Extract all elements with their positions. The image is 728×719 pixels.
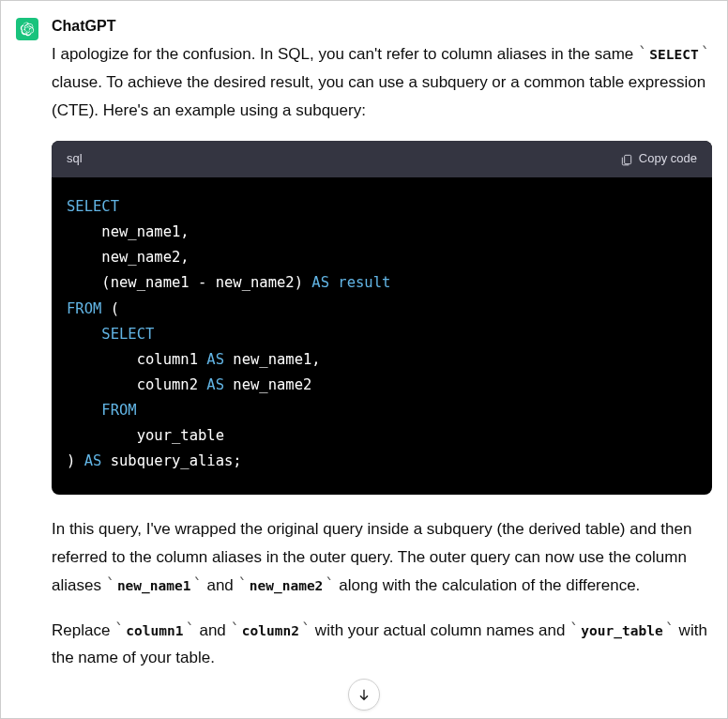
arrow-down-icon: [356, 687, 372, 702]
text: with your actual column names and: [311, 621, 569, 639]
backtick: `: [701, 44, 710, 63]
copy-code-button[interactable]: Copy code: [620, 148, 697, 170]
backtick: `: [231, 620, 240, 639]
text: I apologize for the confusion. In SQL, y…: [52, 45, 638, 63]
backtick: `: [192, 575, 202, 594]
paragraph-3: Replace `column1` and `column2` with you…: [52, 617, 712, 673]
text: Replace: [52, 621, 114, 639]
paragraph-2: In this query, I've wrapped the original…: [52, 515, 712, 599]
inline-code: SELECT: [647, 47, 700, 62]
backtick: `: [114, 620, 124, 639]
code-content[interactable]: SELECT new_name1, new_name2, (new_name1 …: [52, 177, 712, 495]
assistant-avatar-icon: [16, 18, 38, 40]
message-body: I apologize for the confusion. In SQL, y…: [52, 40, 712, 672]
inline-code: your_table: [579, 623, 664, 638]
backtick: `: [569, 620, 579, 639]
backtick: `: [238, 575, 248, 594]
code-header: sql Copy code: [52, 141, 712, 177]
paragraph-1: I apologize for the confusion. In SQL, y…: [52, 40, 712, 124]
backtick: `: [665, 620, 675, 639]
copy-code-label: Copy code: [639, 148, 697, 170]
backtick: `: [301, 620, 311, 639]
backtick: `: [106, 575, 115, 594]
code-block: sql Copy code SELECT new_name1, new_name…: [52, 141, 712, 495]
svg-rect-0: [625, 155, 631, 163]
text: along with the calculation of the differ…: [335, 576, 641, 594]
assistant-message: ChatGPT I apologize for the confusion. I…: [1, 1, 727, 689]
backtick: `: [638, 44, 647, 63]
backtick: `: [325, 575, 334, 594]
text: and: [195, 621, 231, 639]
text: and: [203, 576, 238, 594]
backtick: `: [185, 620, 194, 639]
inline-code: column2: [240, 623, 301, 638]
scroll-to-bottom-button[interactable]: [348, 679, 380, 711]
author-name: ChatGPT: [52, 18, 712, 35]
text: clause. To achieve the desired result, y…: [52, 73, 705, 119]
inline-code: new_name2: [248, 578, 326, 593]
code-language-label: sql: [67, 148, 83, 170]
clipboard-icon: [620, 153, 633, 166]
inline-code: new_name1: [115, 578, 193, 593]
inline-code: column1: [124, 623, 185, 638]
